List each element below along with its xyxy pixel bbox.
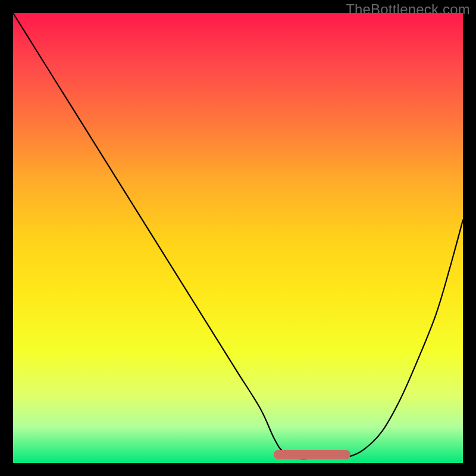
chart-container: TheBottleneck.com bbox=[0, 0, 476, 476]
plot-area bbox=[13, 13, 463, 463]
bottleneck-curve bbox=[13, 13, 463, 463]
optimal-range-band bbox=[274, 450, 350, 459]
watermark-label: TheBottleneck.com bbox=[346, 1, 470, 18]
